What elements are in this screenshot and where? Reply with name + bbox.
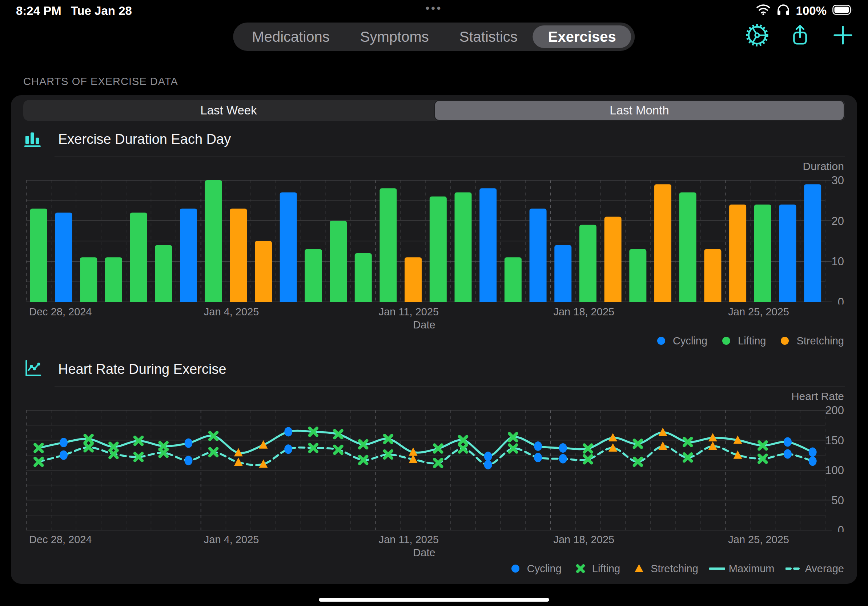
duration-bar-chart[interactable]: 0102030Duration xyxy=(23,160,844,306)
divider xyxy=(54,156,845,157)
home-indicator[interactable] xyxy=(319,598,549,601)
add-icon[interactable] xyxy=(832,24,854,46)
y-tick-label: 150 xyxy=(825,434,844,447)
settings-gear-icon[interactable] xyxy=(746,24,769,46)
share-icon[interactable] xyxy=(789,24,811,46)
bar-lifting[interactable] xyxy=(355,253,372,302)
cycling-marker[interactable] xyxy=(60,438,68,447)
bar-cycling[interactable] xyxy=(779,204,796,302)
line-chart-canvas[interactable]: 050100150200Heart Rate xyxy=(23,390,844,532)
bar-lifting[interactable] xyxy=(330,221,347,302)
x-tick-label: Jan 4, 2025 xyxy=(204,534,259,546)
bar-lifting[interactable] xyxy=(205,180,222,302)
bar-lifting[interactable] xyxy=(580,225,597,302)
y-tick-label: 50 xyxy=(832,494,844,507)
y-tick-label: 0 xyxy=(838,296,844,305)
y-tick-label: 20 xyxy=(832,215,844,227)
bar-lifting[interactable] xyxy=(429,196,447,302)
tab-statistics[interactable]: Statistics xyxy=(444,25,533,48)
x-legend-marker xyxy=(572,563,589,574)
bar-cycling[interactable] xyxy=(554,245,571,302)
cycling-marker[interactable] xyxy=(534,441,542,451)
bar-lifting[interactable] xyxy=(505,257,522,302)
bar-lifting[interactable] xyxy=(80,257,97,302)
y-tick-label: 10 xyxy=(832,255,844,268)
x-tick-label: Jan 11, 2025 xyxy=(379,306,439,318)
tab-exercises[interactable]: Exercises xyxy=(533,25,631,48)
tab-medications[interactable]: Medications xyxy=(237,25,344,48)
triangle-legend-marker xyxy=(631,563,647,574)
bar-cycling[interactable] xyxy=(530,209,547,302)
cycling-marker[interactable] xyxy=(809,456,817,466)
bar-lifting[interactable] xyxy=(455,193,472,302)
legend-label: Cycling xyxy=(527,563,561,575)
bar-lifting[interactable] xyxy=(380,188,397,302)
cycling-marker[interactable] xyxy=(484,460,492,469)
range-last-month[interactable]: Last Month xyxy=(434,100,845,121)
bar-lifting[interactable] xyxy=(629,249,646,302)
bar-cycling[interactable] xyxy=(280,193,297,302)
wifi-icon xyxy=(756,4,770,18)
bar-chart-canvas[interactable]: 0102030Duration xyxy=(23,160,844,305)
legend-item-lifting: Lifting xyxy=(572,563,620,575)
bar-lifting[interactable] xyxy=(30,209,47,302)
bar-stretching[interactable] xyxy=(729,204,746,302)
bar-stretching[interactable] xyxy=(604,217,622,302)
y-axis-title: Heart Rate xyxy=(791,390,844,402)
x-tick-label: Jan 18, 2025 xyxy=(553,306,614,318)
legend-item-stretching: Stretching xyxy=(777,335,844,347)
bar-chart-icon xyxy=(23,129,42,149)
bar-lifting[interactable] xyxy=(754,204,771,302)
x-tick-label: Dec 28, 2024 xyxy=(29,306,92,318)
bar-cycling[interactable] xyxy=(55,213,72,302)
battery-icon xyxy=(832,4,854,18)
tab-symptoms[interactable]: Symptoms xyxy=(345,25,444,48)
x-tick-label: Dec 28, 2024 xyxy=(29,534,92,546)
top-navigation: Medications Symptoms Statistics Exercise… xyxy=(0,23,868,51)
cycling-marker[interactable] xyxy=(809,448,817,457)
multitasking-dots: ••• xyxy=(426,2,443,14)
circle-legend-marker xyxy=(777,335,793,346)
cycling-marker[interactable] xyxy=(60,450,68,460)
bar-lifting[interactable] xyxy=(105,257,122,302)
bar-lifting[interactable] xyxy=(305,249,322,302)
bar-chart-legend: CyclingLiftingStretching xyxy=(23,334,844,347)
bar-chart-x-axis: Dec 28, 2024Jan 4, 2025Jan 11, 2025Jan 1… xyxy=(23,306,844,318)
cycling-marker[interactable] xyxy=(184,439,192,448)
cycling-marker[interactable] xyxy=(784,449,792,459)
bar-cycling[interactable] xyxy=(804,184,821,302)
status-date: Tue Jan 28 xyxy=(71,4,132,18)
legend-label: Average xyxy=(805,563,845,575)
y-tick-label: 100 xyxy=(825,464,844,477)
cycling-marker[interactable] xyxy=(559,454,567,464)
range-last-week[interactable]: Last Week xyxy=(23,100,434,121)
x-tick-label: Jan 25, 2025 xyxy=(728,306,789,318)
bar-stretching[interactable] xyxy=(704,249,721,302)
cycling-marker[interactable] xyxy=(784,437,792,447)
cycling-marker[interactable] xyxy=(534,453,542,462)
cycling-marker[interactable] xyxy=(284,427,292,436)
heart-rate-line-chart[interactable]: 050100150200Heart Rate xyxy=(23,390,844,534)
bar-cycling[interactable] xyxy=(479,188,496,302)
bar-stretching[interactable] xyxy=(255,241,272,302)
y-tick-label: 0 xyxy=(838,524,844,532)
view-switcher: Medications Symptoms Statistics Exercise… xyxy=(233,23,635,51)
bar-stretching[interactable] xyxy=(405,257,422,302)
bar-lifting[interactable] xyxy=(155,245,172,302)
exercise-charts-card: Last Week Last Month Exercise Duration E… xyxy=(11,95,857,584)
bar-lifting[interactable] xyxy=(679,193,696,302)
bar-stretching[interactable] xyxy=(654,184,671,302)
stretching-marker[interactable] xyxy=(234,458,243,466)
bar-lifting[interactable] xyxy=(130,213,147,302)
cycling-marker[interactable] xyxy=(284,444,292,454)
cycling-marker[interactable] xyxy=(484,451,492,461)
bar-cycling[interactable] xyxy=(180,209,197,302)
circle-legend-marker xyxy=(653,335,669,346)
cycling-marker[interactable] xyxy=(184,456,192,465)
battery-percent: 100% xyxy=(796,4,826,18)
bar-stretching[interactable] xyxy=(230,209,247,302)
legend-item-cycling: Cycling xyxy=(653,335,707,347)
divider xyxy=(54,386,845,387)
cycling-marker[interactable] xyxy=(559,443,567,453)
circle-legend-marker xyxy=(718,335,734,346)
